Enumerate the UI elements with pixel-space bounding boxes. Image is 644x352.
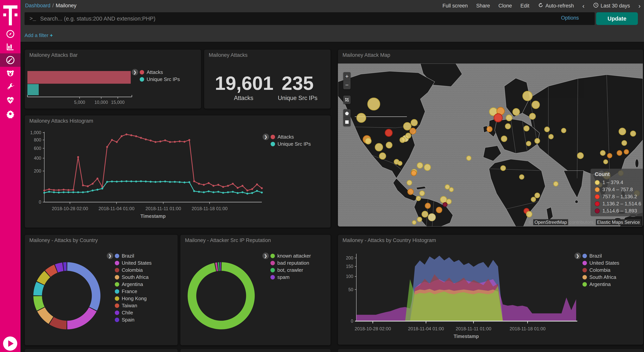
legend-item[interactable]: Argentina xyxy=(582,281,619,288)
attack-location-circle[interactable] xyxy=(520,175,524,179)
attack-location-circle[interactable] xyxy=(487,126,492,132)
time-range-button[interactable]: Last 30 days xyxy=(593,2,630,10)
attack-location-circle[interactable] xyxy=(535,138,540,143)
attack-location-circle[interactable] xyxy=(386,142,392,148)
legend-item[interactable]: Brazil xyxy=(582,252,619,259)
attack-location-circle[interactable] xyxy=(535,193,540,198)
attack-location-circle[interactable] xyxy=(417,162,423,168)
attack-location-circle[interactable] xyxy=(549,134,553,139)
attack-location-circle[interactable] xyxy=(617,150,622,155)
sidebar-item-visualize[interactable] xyxy=(0,40,20,53)
legend-item[interactable]: Attacks xyxy=(271,133,311,140)
attack-location-circle[interactable] xyxy=(379,153,386,159)
options-link[interactable]: Options xyxy=(561,15,579,21)
reputation-donut-chart[interactable] xyxy=(180,235,330,345)
legend-item[interactable]: spam xyxy=(270,274,311,281)
attack-location-circle[interactable] xyxy=(619,128,626,135)
attack-location-circle[interactable] xyxy=(506,115,512,121)
attack-location-circle[interactable] xyxy=(440,196,447,203)
attack-location-circle[interactable] xyxy=(443,203,447,207)
attack-location-circle[interactable] xyxy=(524,126,529,131)
rectangle-tool-button[interactable] xyxy=(343,118,350,126)
attack-location-circle[interactable] xyxy=(494,114,502,122)
attack-location-circle[interactable] xyxy=(425,203,430,209)
crop-tool-button[interactable] xyxy=(343,96,350,104)
attack-location-circle[interactable] xyxy=(501,166,506,171)
attack-location-circle[interactable] xyxy=(554,182,558,186)
legend-item[interactable]: Colombia xyxy=(582,267,619,274)
attack-location-circle[interactable] xyxy=(407,180,412,185)
attack-location-circle[interactable] xyxy=(526,211,532,217)
attack-location-circle[interactable] xyxy=(532,101,540,109)
collapse-nav-button[interactable] xyxy=(3,336,17,351)
attack-location-circle[interactable] xyxy=(408,189,414,195)
clone-button[interactable]: Clone xyxy=(498,3,512,9)
zoom-in-button[interactable]: + xyxy=(343,72,350,81)
donut-slice[interactable] xyxy=(220,262,221,271)
add-filter-button[interactable]: Add a filter+ xyxy=(24,33,53,38)
attack-location-circle[interactable] xyxy=(411,170,416,176)
telekom-logo-icon[interactable] xyxy=(3,5,18,25)
attack-location-circle[interactable] xyxy=(630,131,636,136)
attack-location-circle[interactable] xyxy=(420,191,424,196)
sidebar-item-devtools[interactable] xyxy=(0,80,20,94)
attack-location-circle[interactable] xyxy=(530,113,536,119)
sidebar-item-monitoring[interactable] xyxy=(0,94,20,107)
attack-location-circle[interactable] xyxy=(428,214,436,221)
legend-item[interactable]: Attacks xyxy=(140,69,180,76)
attack-location-circle[interactable] xyxy=(365,138,371,144)
legend-item[interactable]: Argentina xyxy=(115,281,152,288)
donut-slice[interactable] xyxy=(67,307,96,329)
legend-item[interactable]: Colombia xyxy=(115,267,152,274)
attack-location-circle[interactable] xyxy=(445,185,450,189)
time-next-button[interactable]: › xyxy=(638,2,640,10)
legend-toggle-chevron-icon[interactable]: ❯ xyxy=(262,134,269,140)
country-donut-chart[interactable] xyxy=(25,235,178,345)
attack-location-circle[interactable] xyxy=(422,211,428,217)
share-button[interactable]: Share xyxy=(476,3,490,9)
sidebar-item-management[interactable] xyxy=(0,107,20,120)
search-input[interactable]: >_ Search... (e.g. status:200 AND extens… xyxy=(24,12,595,25)
legend-item[interactable]: bot, crawler xyxy=(270,267,311,274)
legend-item[interactable]: Unique Src IPs xyxy=(140,76,180,83)
sidebar-item-dashboard[interactable] xyxy=(0,53,20,67)
attack-location-circle[interactable] xyxy=(375,143,383,151)
legend-item[interactable]: France xyxy=(115,288,152,295)
auto-refresh-button[interactable]: Auto-refresh xyxy=(538,2,574,10)
legend-item[interactable]: bad reputation xyxy=(270,259,311,267)
donut-slice[interactable] xyxy=(218,262,220,271)
legend-item[interactable]: United States xyxy=(582,259,619,267)
attack-location-circle[interactable] xyxy=(368,98,380,110)
attack-location-circle[interactable] xyxy=(412,221,416,224)
attack-location-circle[interactable] xyxy=(600,150,605,155)
legend-item[interactable]: Chile xyxy=(115,309,152,316)
legend-item[interactable]: United States xyxy=(115,259,152,267)
country-area-chart[interactable]: 0501001502002018-10-28 02:002018-11-04 0… xyxy=(338,235,643,345)
legend-item[interactable]: Unique Src IPs xyxy=(271,140,311,148)
ems-link[interactable]: Elastic Maps Service xyxy=(596,219,641,225)
time-prev-button[interactable]: ‹ xyxy=(582,2,584,10)
attack-location-circle[interactable] xyxy=(501,136,507,142)
donut-slice[interactable] xyxy=(63,262,66,271)
donut-slice[interactable] xyxy=(67,262,100,311)
attack-location-circle[interactable] xyxy=(424,164,431,171)
update-button[interactable]: Update xyxy=(596,12,638,25)
attack-location-circle[interactable] xyxy=(608,153,612,158)
attack-location-circle[interactable] xyxy=(406,133,411,138)
sidebar-item-discover[interactable] xyxy=(0,27,20,41)
attack-location-circle[interactable] xyxy=(404,122,411,130)
legend-item[interactable]: Taiwan xyxy=(115,302,152,309)
attack-location-circle[interactable] xyxy=(622,140,627,145)
attack-location-circle[interactable] xyxy=(436,207,442,213)
fullscreen-button[interactable]: Full screen xyxy=(442,3,468,9)
sidebar-item-tpot[interactable] xyxy=(0,67,20,80)
legend-toggle-chevron-icon[interactable]: ❯ xyxy=(132,69,138,75)
legend-item[interactable]: South Africa xyxy=(115,274,152,281)
attack-location-circle[interactable] xyxy=(624,149,629,154)
attack-location-circle[interactable] xyxy=(523,91,532,101)
attack-location-circle[interactable] xyxy=(411,119,418,126)
donut-slice[interactable] xyxy=(37,307,53,324)
attack-location-circle[interactable] xyxy=(357,113,366,122)
attacks-line-chart[interactable]: 02004006008001,0002018-10-28 02:002018-1… xyxy=(25,115,330,228)
osm-link[interactable]: OpenStreetMap xyxy=(533,219,568,225)
